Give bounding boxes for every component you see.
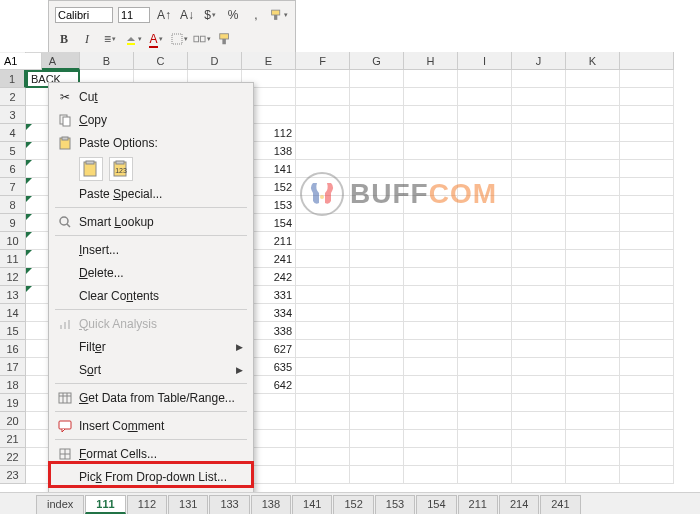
cell[interactable]	[350, 70, 404, 88]
cell[interactable]	[512, 340, 566, 358]
cell[interactable]	[512, 466, 566, 484]
cell[interactable]	[458, 142, 512, 160]
col-header[interactable]: D	[188, 52, 242, 70]
cell[interactable]	[458, 322, 512, 340]
row-header[interactable]: 20	[0, 412, 26, 430]
cell[interactable]	[566, 196, 620, 214]
row-header[interactable]: 15	[0, 322, 26, 340]
cell[interactable]	[512, 124, 566, 142]
cell[interactable]	[296, 70, 350, 88]
row-header[interactable]: 21	[0, 430, 26, 448]
cell[interactable]	[296, 106, 350, 124]
cell[interactable]	[458, 178, 512, 196]
cell[interactable]	[566, 448, 620, 466]
menu-insert[interactable]: Insert...	[51, 238, 251, 261]
row-header[interactable]: 7	[0, 178, 26, 196]
cell[interactable]	[620, 430, 674, 448]
bold-icon[interactable]: B	[55, 30, 73, 48]
format-painter2-icon[interactable]	[216, 30, 234, 48]
cell[interactable]	[458, 160, 512, 178]
cell[interactable]	[458, 448, 512, 466]
percent-format-icon[interactable]: %	[224, 6, 242, 24]
font-size-select[interactable]	[118, 7, 150, 23]
cell[interactable]	[566, 88, 620, 106]
sheet-tab[interactable]: index	[36, 495, 84, 514]
row-header[interactable]: 11	[0, 250, 26, 268]
menu-copy[interactable]: Copy	[51, 108, 251, 131]
cell[interactable]	[350, 142, 404, 160]
cell[interactable]	[404, 142, 458, 160]
row-header[interactable]: 22	[0, 448, 26, 466]
cell[interactable]	[512, 250, 566, 268]
cell[interactable]	[566, 142, 620, 160]
cell[interactable]	[404, 214, 458, 232]
cell[interactable]	[296, 394, 350, 412]
cell[interactable]	[404, 322, 458, 340]
row-header[interactable]: 6	[0, 160, 26, 178]
sheet-tab[interactable]: 153	[375, 495, 415, 514]
cell[interactable]	[620, 286, 674, 304]
cell[interactable]	[296, 160, 350, 178]
name-box[interactable]: A1	[0, 53, 42, 70]
cell[interactable]	[350, 232, 404, 250]
cell[interactable]	[458, 394, 512, 412]
cell[interactable]	[350, 466, 404, 484]
cell[interactable]	[620, 142, 674, 160]
cell[interactable]	[512, 106, 566, 124]
cell[interactable]	[404, 304, 458, 322]
cell[interactable]	[512, 448, 566, 466]
cell[interactable]	[350, 178, 404, 196]
cell[interactable]	[512, 232, 566, 250]
sheet-tab[interactable]: 138	[251, 495, 291, 514]
cell[interactable]	[512, 178, 566, 196]
cell[interactable]	[566, 304, 620, 322]
cell[interactable]	[296, 358, 350, 376]
menu-get-data[interactable]: Get Data from Table/Range...	[51, 386, 251, 409]
cell[interactable]	[512, 322, 566, 340]
cell[interactable]	[458, 232, 512, 250]
row-header[interactable]: 19	[0, 394, 26, 412]
cell[interactable]	[350, 106, 404, 124]
cell[interactable]	[566, 286, 620, 304]
accounting-format-icon[interactable]: $	[201, 6, 219, 24]
menu-sort[interactable]: Sort ▶	[51, 358, 251, 381]
cell[interactable]	[296, 376, 350, 394]
cell[interactable]	[566, 430, 620, 448]
cell[interactable]	[350, 250, 404, 268]
sheet-tab[interactable]: 241	[540, 495, 580, 514]
cell[interactable]	[458, 358, 512, 376]
cell[interactable]	[512, 430, 566, 448]
increase-font-icon[interactable]: A↑	[155, 6, 173, 24]
cell[interactable]	[458, 88, 512, 106]
col-header[interactable]: J	[512, 52, 566, 70]
font-color-icon[interactable]: A	[147, 30, 165, 48]
cell[interactable]	[512, 160, 566, 178]
cell[interactable]	[350, 304, 404, 322]
cell[interactable]	[566, 268, 620, 286]
cell[interactable]	[566, 412, 620, 430]
menu-filter[interactable]: Filter ▶	[51, 335, 251, 358]
sheet-tab[interactable]: 131	[168, 495, 208, 514]
cell[interactable]	[404, 340, 458, 358]
menu-clear-contents[interactable]: Clear Contents	[51, 284, 251, 307]
sheet-tab[interactable]: 154	[416, 495, 456, 514]
cell[interactable]	[404, 466, 458, 484]
cell[interactable]	[458, 286, 512, 304]
cell[interactable]	[350, 448, 404, 466]
cell[interactable]	[350, 340, 404, 358]
cell[interactable]	[620, 376, 674, 394]
paste-option-values[interactable]: 123	[109, 157, 133, 181]
cell[interactable]	[566, 322, 620, 340]
cell[interactable]	[350, 430, 404, 448]
cell[interactable]	[458, 430, 512, 448]
cell[interactable]	[350, 88, 404, 106]
cell[interactable]	[404, 124, 458, 142]
cell[interactable]	[566, 466, 620, 484]
cell[interactable]	[296, 196, 350, 214]
cell[interactable]	[512, 268, 566, 286]
cell[interactable]	[620, 178, 674, 196]
cell[interactable]	[512, 142, 566, 160]
cell[interactable]	[620, 394, 674, 412]
italic-icon[interactable]: I	[78, 30, 96, 48]
cell[interactable]	[296, 124, 350, 142]
